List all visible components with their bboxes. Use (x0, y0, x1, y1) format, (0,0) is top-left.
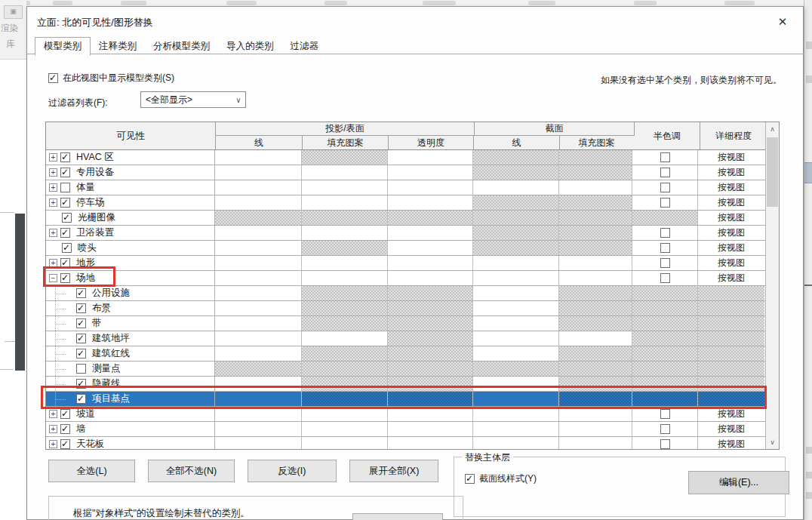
halftone-cell[interactable] (632, 180, 698, 195)
detail-level-cell[interactable]: 按视图 (698, 180, 764, 195)
visibility-checkbox[interactable] (60, 152, 70, 162)
halftone-cell[interactable] (632, 362, 698, 376)
projection-lines-cell[interactable] (215, 346, 302, 361)
category-name-cell[interactable]: 建筑红线 (46, 346, 215, 361)
cut-lines-cell[interactable] (473, 422, 559, 436)
detail-level-cell[interactable]: 按视图 (698, 241, 764, 255)
halftone-cell[interactable] (632, 346, 698, 361)
transparency-cell[interactable] (388, 377, 473, 391)
transparency-cell[interactable] (388, 346, 473, 361)
category-name-cell[interactable]: +停车场 (46, 195, 215, 210)
projection-lines-cell[interactable] (215, 180, 302, 195)
halftone-checkbox[interactable] (660, 273, 670, 283)
cut-lines-cell[interactable] (473, 195, 559, 210)
halftone-cell[interactable] (632, 407, 698, 421)
projection-patterns-cell[interactable] (302, 165, 388, 180)
table-row-2[interactable]: +体量按视图 (46, 180, 765, 195)
halftone-checkbox[interactable] (660, 228, 670, 238)
cut-lines-cell[interactable] (473, 316, 559, 331)
visibility-checkbox[interactable] (60, 258, 70, 268)
visibility-checkbox[interactable] (76, 364, 86, 374)
table-row-17[interactable]: +坡道按视图 (46, 407, 765, 422)
cut-patterns-cell[interactable] (559, 316, 632, 331)
projection-lines-cell[interactable] (215, 256, 302, 270)
cut-lines-cell[interactable] (473, 226, 559, 240)
projection-lines-cell[interactable] (215, 165, 302, 180)
detail-level-cell[interactable] (698, 346, 764, 361)
table-row-16[interactable]: 项目基点 (46, 392, 765, 407)
detail-level-cell[interactable]: 按视图 (698, 256, 764, 270)
category-name-cell[interactable]: +墙 (46, 422, 215, 436)
visibility-checkbox[interactable] (76, 379, 86, 389)
cut-patterns-cell[interactable] (559, 180, 632, 195)
category-name-cell[interactable]: +专用设备 (46, 165, 215, 180)
tab-1[interactable]: 注释类别 (91, 38, 145, 54)
cut-lines-cell[interactable] (473, 241, 559, 255)
expand-icon[interactable]: + (49, 198, 57, 207)
object-styles-button[interactable]: 对象样式(O) (352, 513, 443, 520)
table-row-14[interactable]: 测量点 (46, 362, 765, 377)
cut-patterns-cell[interactable] (559, 241, 632, 255)
transparency-cell[interactable] (388, 286, 473, 300)
category-name-cell[interactable]: 建筑地坪 (46, 331, 215, 346)
visibility-checkbox[interactable] (60, 273, 70, 283)
category-name-cell[interactable]: +坡道 (46, 407, 215, 421)
cut-patterns-cell[interactable] (559, 392, 632, 406)
detail-level-cell[interactable]: 按视图 (698, 195, 764, 210)
detail-level-cell[interactable]: 按视图 (698, 407, 764, 421)
cut-lines-cell[interactable] (473, 437, 559, 449)
cut-patterns-cell[interactable] (559, 407, 632, 421)
halftone-checkbox[interactable] (660, 409, 670, 419)
projection-patterns-cell[interactable] (302, 407, 388, 421)
detail-level-cell[interactable] (698, 377, 764, 391)
cut-lines-cell[interactable] (473, 392, 559, 406)
expand-icon[interactable]: + (49, 153, 57, 162)
projection-lines-cell[interactable] (215, 392, 302, 406)
expand-icon[interactable]: + (49, 259, 57, 267)
cut-lines-cell[interactable] (473, 150, 559, 165)
transparency-cell[interactable] (388, 256, 473, 270)
edit-button[interactable]: 编辑(E)... (688, 471, 789, 494)
halftone-cell[interactable] (632, 271, 698, 285)
scroll-down-icon[interactable]: ∨ (766, 435, 779, 449)
transparency-cell[interactable] (388, 241, 473, 255)
cut-patterns-cell[interactable] (559, 301, 632, 315)
select-all-button[interactable]: 全选(L) (48, 460, 135, 482)
expand-icon[interactable]: + (49, 168, 57, 177)
collapse-icon[interactable]: − (49, 274, 57, 282)
category-name-cell[interactable]: +天花板 (46, 437, 215, 449)
transparency-cell[interactable] (388, 407, 473, 421)
projection-patterns-cell[interactable] (302, 286, 388, 300)
category-name-cell[interactable]: −场地 (46, 271, 215, 285)
cut-patterns-cell[interactable] (559, 331, 632, 346)
cut-line-styles-checkbox[interactable] (465, 474, 475, 484)
expand-icon[interactable]: + (49, 440, 57, 448)
cut-patterns-cell[interactable] (559, 226, 632, 240)
transparency-cell[interactable] (388, 150, 473, 165)
table-row-8[interactable]: −场地按视图 (46, 271, 765, 286)
cut-lines-cell[interactable] (473, 331, 559, 346)
category-name-cell[interactable]: 布景 (46, 301, 215, 315)
scrollbar-thumb[interactable] (767, 137, 778, 207)
detail-level-cell[interactable] (698, 331, 764, 346)
projection-patterns-cell[interactable] (302, 331, 388, 346)
detail-level-cell[interactable] (698, 392, 764, 406)
cut-patterns-cell[interactable] (559, 362, 632, 376)
visibility-checkbox[interactable] (60, 409, 70, 419)
halftone-cell[interactable] (632, 256, 698, 270)
transparency-cell[interactable] (388, 362, 473, 376)
projection-patterns-cell[interactable] (302, 226, 388, 240)
transparency-cell[interactable] (388, 195, 473, 210)
detail-level-cell[interactable]: 按视图 (698, 211, 764, 225)
projection-patterns-cell[interactable] (302, 422, 388, 436)
filter-list-dropdown[interactable]: <全部显示> ∨ (140, 91, 246, 108)
expand-icon[interactable]: + (49, 229, 57, 237)
visibility-checkbox[interactable] (60, 439, 70, 449)
cut-patterns-cell[interactable] (559, 195, 632, 210)
category-name-cell[interactable]: 隐藏线 (46, 377, 215, 391)
halftone-cell[interactable] (632, 226, 698, 240)
visibility-checkbox[interactable] (60, 168, 70, 177)
cut-lines-cell[interactable] (473, 407, 559, 421)
table-row-13[interactable]: 建筑红线 (46, 346, 765, 362)
expand-icon[interactable]: + (49, 410, 57, 418)
